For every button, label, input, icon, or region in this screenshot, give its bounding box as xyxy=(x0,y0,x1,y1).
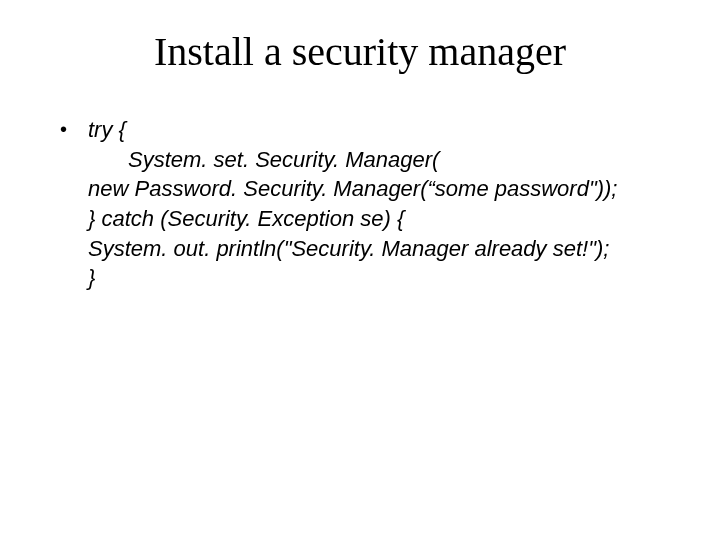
code-line-2: new Password. Security. Manager(“some pa… xyxy=(88,174,660,204)
code-line-0: try { xyxy=(88,115,660,145)
code-line-4: System. out. println("Security. Manager … xyxy=(88,234,660,264)
bullet-content: try { System. set. Security. Manager( ne… xyxy=(88,115,660,293)
slide: Install a security manager • try { Syste… xyxy=(0,0,720,540)
slide-body: • try { System. set. Security. Manager( … xyxy=(0,115,720,293)
slide-title: Install a security manager xyxy=(0,28,720,75)
bullet-dot-icon: • xyxy=(60,115,88,144)
code-line-1: System. set. Security. Manager( xyxy=(88,145,660,175)
bullet-item: • try { System. set. Security. Manager( … xyxy=(60,115,660,293)
code-line-5: } xyxy=(88,263,660,293)
code-line-3: } catch (Security. Exception se) { xyxy=(88,204,660,234)
